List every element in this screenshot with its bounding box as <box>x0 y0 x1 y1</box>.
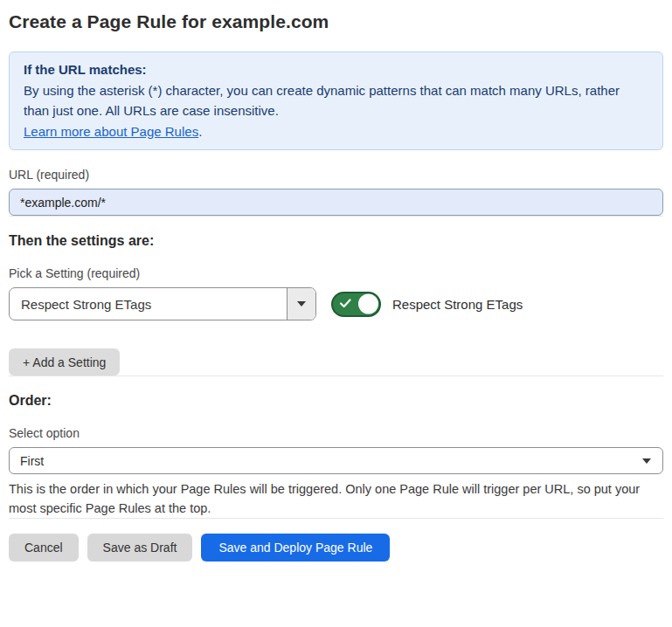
url-input[interactable] <box>9 189 663 216</box>
setting-dropdown[interactable]: Respect Strong ETags <box>9 287 316 320</box>
chevron-down-icon <box>297 301 306 307</box>
info-box-heading: If the URL matches: <box>24 59 648 80</box>
save-and-deploy-button[interactable]: Save and Deploy Page Rule <box>201 534 390 562</box>
add-setting-button[interactable]: + Add a Setting <box>9 348 120 376</box>
order-select[interactable]: First <box>9 447 663 474</box>
setting-row: Respect Strong ETags Respect Strong ETag… <box>9 287 663 320</box>
setting-toggle-group: Respect Strong ETags <box>331 292 523 317</box>
check-icon <box>340 296 351 312</box>
info-box-link-row: Learn more about Page Rules. <box>24 121 648 142</box>
divider <box>9 376 663 376</box>
learn-more-link[interactable]: Learn more about Page Rules <box>24 124 198 139</box>
order-select-value: First <box>20 454 44 468</box>
divider <box>9 216 663 217</box>
link-suffix: . <box>198 124 202 139</box>
order-section-heading: Order: <box>9 393 663 409</box>
pick-setting-label: Pick a Setting (required) <box>9 266 663 280</box>
url-field-label: URL (required) <box>9 168 663 182</box>
order-helper-text: This is the order in which your Page Rul… <box>9 479 662 518</box>
create-page-rule-form: Create a Page Rule for example.com If th… <box>0 0 672 562</box>
page-title: Create a Page Rule for example.com <box>9 11 663 32</box>
cancel-button[interactable]: Cancel <box>9 534 79 562</box>
save-as-draft-button[interactable]: Save as Draft <box>87 534 193 562</box>
setting-dropdown-caret-button[interactable] <box>287 288 315 320</box>
url-match-info-box: If the URL matches: By using the asteris… <box>9 52 663 150</box>
chevron-down-icon <box>642 458 651 464</box>
info-box-body: By using the asterisk (*) character, you… <box>24 80 648 121</box>
toggle-label: Respect Strong ETags <box>392 297 523 312</box>
order-select-label: Select option <box>9 426 663 440</box>
form-footer: Cancel Save as Draft Save and Deploy Pag… <box>9 534 663 562</box>
divider <box>9 518 663 519</box>
settings-section-heading: Then the settings are: <box>9 233 663 249</box>
toggle-knob <box>358 294 378 314</box>
setting-dropdown-value: Respect Strong ETags <box>10 288 287 320</box>
setting-toggle[interactable] <box>331 292 381 317</box>
